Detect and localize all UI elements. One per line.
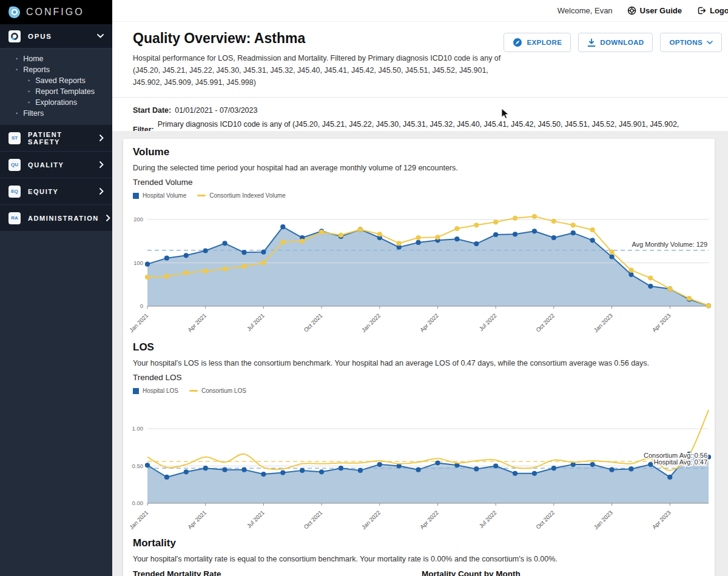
los-description: Your hospital's LOS is less than the con… <box>133 359 649 367</box>
page-description: Hospital performance for LOS, Readmissio… <box>133 52 504 89</box>
chevron-right-icon <box>99 161 104 168</box>
logo[interactable]: CONFIGO <box>0 0 112 24</box>
start-date-value: 01/01/2021 - 07/03/2023 <box>175 105 257 116</box>
sidebar-item-saved-reports[interactable]: •Saved Reports <box>0 75 112 86</box>
start-date-row: Start Date: 01/01/2021 - 07/03/2023 <box>133 105 719 116</box>
page-header: Quality Overview: Asthma Hospital perfor… <box>112 22 728 89</box>
legend-hospital-los[interactable]: Hospital LOS <box>133 387 178 394</box>
svg-text:Jan 2023: Jan 2023 <box>593 509 614 531</box>
svg-text:Jan 2022: Jan 2022 <box>360 312 382 333</box>
svg-text:Avg Monthly Volume: 129: Avg Monthly Volume: 129 <box>632 241 707 248</box>
legend-swatch-icon <box>189 390 198 392</box>
sidebar-item-quality[interactable]: QU QUALITY <box>0 152 112 178</box>
legend-hospital-volume[interactable]: Hospital Volume <box>133 192 186 199</box>
welcome-text: Welcome, Evan <box>558 6 613 15</box>
logo-text: CONFIGO <box>26 7 84 18</box>
sidebar-item-explorations[interactable]: •Explorations <box>0 97 112 108</box>
life-buoy-icon <box>627 6 636 15</box>
explore-button[interactable]: EXPLORE <box>504 33 571 52</box>
chevron-down-icon <box>707 41 713 44</box>
svg-text:Jul 2021: Jul 2021 <box>246 509 266 529</box>
sidebar-section-label: PATIENT SAFETY <box>28 131 92 146</box>
sidebar-item-label: Home <box>23 55 43 63</box>
volume-legend: Hospital Volume Consortium Indexed Volum… <box>133 192 286 199</box>
chevron-right-icon <box>99 188 104 195</box>
volume-chart[interactable]: 0100200Avg Monthly Volume: 129Jan 2021Ap… <box>123 210 715 350</box>
sidebar-section-label: ADMINISTRATION <box>28 215 99 222</box>
options-label: OPTIONS <box>669 39 703 46</box>
user-guide-link[interactable]: User Guide <box>627 6 682 15</box>
sidebar-opus-submenu: •Home •Reports •Saved Reports •Report Te… <box>0 49 112 125</box>
content-background: Volume During the selected time period y… <box>112 131 728 576</box>
sidebar-opus-label: OPUS <box>28 33 90 40</box>
chevron-right-icon <box>99 135 104 141</box>
mortality-count-chart-title: Mortality Count by Month <box>422 569 521 576</box>
svg-text:Apr 2022: Apr 2022 <box>419 509 440 531</box>
sidebar-item-reports[interactable]: •Reports <box>0 64 112 75</box>
sidebar-section-label: QUALITY <box>28 161 92 169</box>
legend-label: Consortium Indexed Volume <box>209 192 286 199</box>
bullet-icon: • <box>28 78 30 84</box>
los-chart-title: Trended LOS <box>133 373 182 382</box>
bullet-icon: • <box>28 89 30 95</box>
main-content: Welcome, Evan User Guide Logout Quality … <box>112 0 728 576</box>
quality-icon: QU <box>8 159 21 171</box>
svg-text:Jan 2022: Jan 2022 <box>360 509 382 531</box>
explore-label: EXPLORE <box>527 39 562 46</box>
legend-label: Hospital LOS <box>143 387 178 394</box>
svg-text:Jul 2022: Jul 2022 <box>477 509 497 529</box>
bullet-icon: • <box>28 99 30 105</box>
svg-text:1.00: 1.00 <box>132 425 144 432</box>
sidebar-item-home[interactable]: •Home <box>0 53 112 64</box>
logout-label: Logout <box>710 6 728 15</box>
options-button[interactable]: OPTIONS <box>660 33 722 52</box>
volume-description: During the selected time period your hos… <box>133 164 458 172</box>
legend-label: Consortium LOS <box>201 387 246 394</box>
chevron-down-icon <box>97 34 104 38</box>
sidebar-item-opus[interactable]: OPUS <box>0 24 112 49</box>
svg-text:Apr 2021: Apr 2021 <box>186 312 207 333</box>
bullet-icon: • <box>16 56 18 62</box>
user-guide-label: User Guide <box>640 6 682 15</box>
svg-text:Jan 2021: Jan 2021 <box>128 312 149 333</box>
logout-link[interactable]: Logout <box>696 6 728 15</box>
sidebar-item-administration[interactable]: RA ADMINISTRATION <box>0 205 112 232</box>
svg-text:Hospital Avg: 0.47: Hospital Avg: 0.47 <box>654 458 707 466</box>
svg-text:Oct 2022: Oct 2022 <box>534 312 556 333</box>
sidebar-item-filters[interactable]: •Filters <box>0 108 112 119</box>
bullet-icon: • <box>16 67 18 73</box>
logo-drop-icon <box>7 5 22 19</box>
administration-icon: RA <box>8 212 21 224</box>
svg-text:100: 100 <box>133 260 143 266</box>
sidebar: CONFIGO OPUS •Home •Reports •Saved Repor… <box>0 0 112 576</box>
svg-text:Apr 2023: Apr 2023 <box>651 509 672 531</box>
equity-icon: EQ <box>8 186 21 198</box>
mortality-heading: Mortality <box>133 537 176 549</box>
legend-swatch-icon <box>197 195 206 196</box>
sidebar-item-report-templates[interactable]: •Report Templates <box>0 86 112 97</box>
mortality-rate-chart-title: Trended Mortality Rate <box>133 569 221 576</box>
sidebar-item-equity[interactable]: EQ EQUITY <box>0 178 112 205</box>
explore-compass-icon <box>513 38 522 47</box>
sidebar-section-label: EQUITY <box>28 188 92 195</box>
svg-text:Apr 2021: Apr 2021 <box>186 509 207 531</box>
chevron-right-icon <box>106 215 110 221</box>
svg-text:0.50: 0.50 <box>132 463 144 469</box>
mouse-cursor <box>501 108 510 122</box>
sidebar-item-patient-safety[interactable]: ST PATIENT SAFETY <box>0 125 112 152</box>
svg-text:Apr 2022: Apr 2022 <box>419 312 440 333</box>
svg-text:Apr 2023: Apr 2023 <box>651 312 672 333</box>
patient-safety-icon: ST <box>8 132 21 144</box>
logout-icon <box>696 6 706 15</box>
sidebar-item-label: Reports <box>23 65 50 74</box>
download-button[interactable]: DOWNLOAD <box>578 33 653 52</box>
legend-consortium-volume[interactable]: Consortium Indexed Volume <box>197 192 286 199</box>
legend-swatch-icon <box>133 193 139 199</box>
legend-label: Hospital Volume <box>143 192 186 199</box>
volume-heading: Volume <box>133 146 169 158</box>
los-chart[interactable]: 0.000.501.00Consortium Avg: 0.56Hospital… <box>123 406 715 532</box>
svg-text:200: 200 <box>133 216 143 223</box>
sidebar-item-label: Report Templates <box>35 87 95 96</box>
legend-consortium-los[interactable]: Consortium LOS <box>189 387 246 394</box>
sidebar-item-label: Saved Reports <box>35 76 86 85</box>
